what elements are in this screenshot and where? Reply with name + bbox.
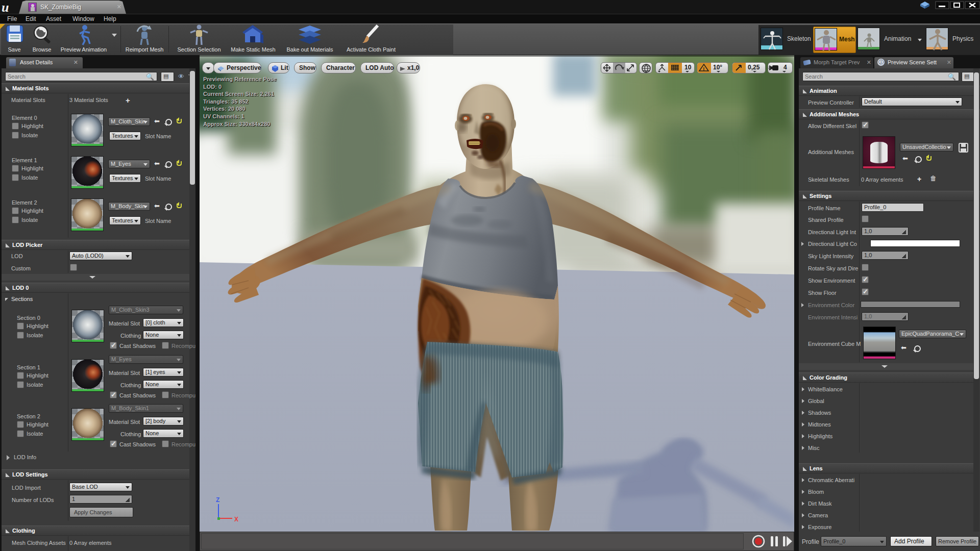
svg-text:0,25: 0,25: [748, 64, 760, 71]
svg-text:10: 10: [684, 64, 692, 71]
svg-text:X: X: [234, 516, 238, 523]
svg-text:Z: Z: [216, 496, 219, 504]
svg-text:4: 4: [783, 64, 787, 71]
svg-text:10°: 10°: [713, 64, 722, 71]
